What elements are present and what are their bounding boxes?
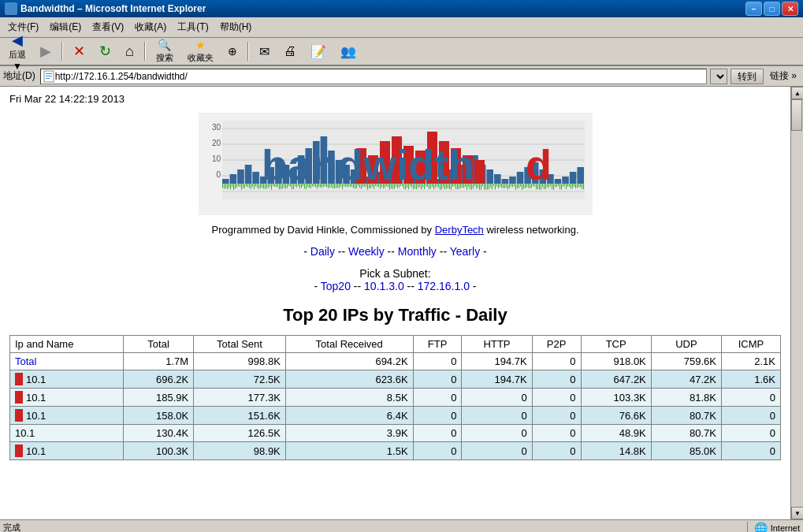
menu-file[interactable]: 文件(F) (3, 19, 43, 35)
subnet2-link[interactable]: 172.16.1.0 (418, 280, 470, 292)
ip-color-bar (15, 373, 23, 385)
cell-udp: 81.8K (651, 389, 721, 407)
search-icon: 🔍 (158, 39, 171, 51)
cell-icmp: 0 (722, 407, 781, 425)
cell-ftp: 0 (413, 425, 462, 442)
browser-content: Fri Mar 22 14:22:19 2013 Programmed by D… (0, 87, 790, 519)
cell-icmp: 0 (722, 425, 781, 442)
col-header-total: Total (123, 336, 193, 353)
table-row: 10.1158.0K151.6K6.4K00076.6K80.7K0 (10, 407, 781, 425)
table-row: 10.1100.3K98.9K1.5K00014.8K85.0K0 (10, 442, 781, 460)
cell-sent: 998.8K (194, 353, 286, 370)
back-button[interactable]: ◀ 后退 ▼ (3, 39, 32, 63)
traffic-table: Ip and Name Total Total Sent Total Recei… (9, 335, 781, 460)
address-input[interactable] (55, 71, 704, 82)
cell-sent: 151.6K (194, 407, 286, 425)
cell-tcp: 647.2K (581, 370, 651, 389)
status-text: 完成 (3, 522, 20, 532)
cell-tcp: 103.3K (581, 389, 651, 407)
home-button[interactable]: ⌂ (120, 39, 139, 63)
page-title: Top 20 IPs by Traffic - Daily (9, 305, 781, 326)
title-bar-left: Bandwidthd – Microsoft Internet Explorer (5, 2, 206, 15)
scroll-thumb[interactable] (791, 99, 802, 131)
cell-sent: 126.5K (194, 425, 286, 442)
col-header-udp: UDP (651, 336, 721, 353)
cell-p2p: 0 (532, 425, 581, 442)
menu-help[interactable]: 帮助(H) (215, 19, 257, 35)
maximize-button[interactable]: □ (764, 2, 780, 16)
table-row: 10.1130.4K126.5K3.9K00048.9K80.7K0 (10, 425, 781, 442)
cell-http: 0 (462, 442, 532, 460)
cell-tcp: 14.8K (581, 442, 651, 460)
cell-p2p: 0 (532, 407, 581, 425)
minimize-button[interactable]: – (745, 2, 762, 16)
cell-icmp: 1.6K (722, 370, 781, 389)
derbytech-link[interactable]: DerbyTech (435, 224, 484, 236)
ip-cell: Total (10, 353, 124, 370)
col-header-icmp: ICMP (722, 336, 781, 353)
cell-http: 0 (462, 389, 532, 407)
cell-http: 0 (462, 407, 532, 425)
scroll-down-button[interactable]: ▼ (791, 507, 803, 519)
close-button[interactable]: ✕ (782, 2, 798, 16)
cell-sent: 72.5K (194, 370, 286, 389)
go-button[interactable]: 转到 (731, 69, 764, 84)
ip-text: 10.1 (26, 410, 46, 422)
favorites-button[interactable]: ★ 收藏夹 (182, 39, 219, 63)
title-bar: Bandwidthd – Microsoft Internet Explorer… (0, 0, 803, 17)
print-button[interactable]: 🖨 (278, 39, 302, 63)
datetime-text: Fri Mar 22 14:22:19 2013 (9, 93, 781, 105)
scroll-track[interactable] (791, 99, 803, 507)
monthly-link[interactable]: Monthly (398, 245, 437, 258)
subnet1-link[interactable]: 10.1.3.0 (364, 280, 404, 292)
scroll-up-button[interactable]: ▲ (791, 87, 803, 99)
cell-udp: 80.7K (651, 425, 721, 442)
daily-link[interactable]: Daily (310, 245, 335, 258)
people-button[interactable]: 👥 (335, 39, 362, 63)
search-button[interactable]: 🔍 搜索 (151, 39, 179, 63)
status-bar: 完成 🌐 Internet (0, 519, 803, 532)
col-header-p2p: P2P (532, 336, 581, 353)
ip-text: 10.1 (15, 427, 35, 439)
mail-button[interactable]: ✉ (254, 39, 275, 63)
address-label: 地址(D) (3, 69, 35, 83)
edit-button[interactable]: 📝 (305, 39, 332, 63)
weekly-link[interactable]: Weekly (348, 245, 385, 258)
col-header-recv: Total Received (285, 336, 413, 353)
cell-p2p: 0 (532, 353, 581, 370)
toolbar: ◀ 后退 ▼ ▶ ✕ ↻ ⌂ 🔍 搜索 ★ 收藏夹 ⊕ ✉ 🖨 📝 👥 (0, 38, 803, 66)
refresh-button[interactable]: ↻ (94, 39, 117, 63)
cell-total: 100.3K (123, 442, 193, 460)
cell-recv: 3.9K (285, 425, 413, 442)
stop-button[interactable]: ✕ (68, 39, 91, 63)
cell-total: 696.2K (123, 370, 193, 389)
ip-text: 10.1 (26, 445, 46, 457)
print-icon: 🖨 (284, 44, 296, 58)
ip-link[interactable]: Total (15, 355, 36, 367)
menu-favorites[interactable]: 收藏(A) (130, 19, 171, 35)
mail-icon: ✉ (259, 44, 270, 59)
cell-tcp: 76.6K (581, 407, 651, 425)
cell-total: 158.0K (123, 407, 193, 425)
stop-icon: ✕ (73, 43, 85, 60)
status-zone: 🌐 Internet (747, 522, 800, 533)
vertical-scrollbar[interactable]: ▲ ▼ (790, 87, 803, 519)
subnet-section: Pick a Subnet: - Top20 -- 10.1.3.0 -- 17… (9, 267, 781, 292)
top20-link[interactable]: Top20 (321, 280, 351, 292)
cell-icmp: 2.1K (722, 353, 781, 370)
edit-icon: 📝 (310, 44, 326, 59)
media-button[interactable]: ⊕ (222, 39, 243, 63)
menu-edit[interactable]: 编辑(E) (45, 19, 86, 35)
links-label[interactable]: 链接 » (767, 69, 800, 83)
forward-button[interactable]: ▶ (35, 39, 57, 63)
col-header-http: HTTP (462, 336, 532, 353)
table-row: Total1.7M998.8K694.2K0194.7K0918.0K759.6… (10, 353, 781, 370)
address-dropdown[interactable] (710, 69, 727, 84)
cell-ftp: 0 (413, 442, 462, 460)
col-header-ftp: FTP (413, 336, 462, 353)
menu-tools[interactable]: 工具(T) (173, 19, 213, 35)
cell-icmp: 0 (722, 442, 781, 460)
cell-recv: 1.5K (285, 442, 413, 460)
yearly-link[interactable]: Yearly (450, 245, 480, 258)
menu-view[interactable]: 查看(V) (87, 19, 128, 35)
